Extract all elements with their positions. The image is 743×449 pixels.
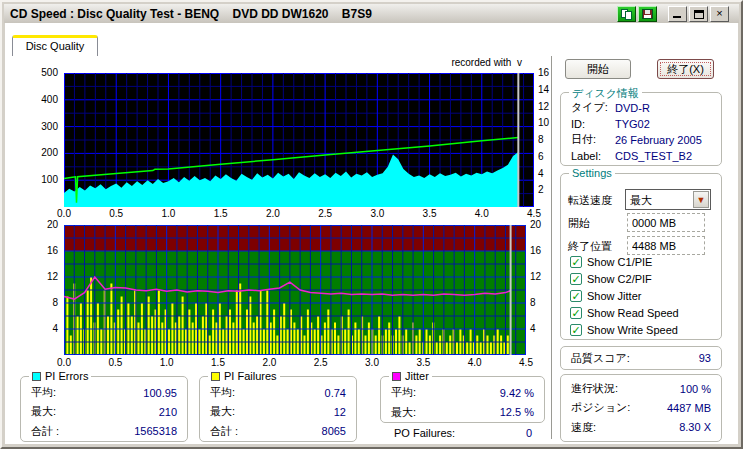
axis-tick-label: 0.5 xyxy=(108,357,122,368)
info-value: CDS_TEST_B2 xyxy=(615,150,692,162)
stat-label: 最大: xyxy=(31,404,56,419)
title-bar[interactable]: CD Speed : Disc Quality Test - BENQ DVD … xyxy=(4,4,739,23)
axis-tick-label: 0.5 xyxy=(109,208,123,219)
checkbox-show-jitter[interactable]: ✓Show Jitter xyxy=(570,290,641,302)
po-failures-value: 0 xyxy=(526,427,532,439)
stat-value: 12.5 % xyxy=(500,406,534,418)
start-pos-input[interactable] xyxy=(627,213,705,232)
jitter-title: Jitter xyxy=(405,370,429,382)
axis-tick-label: 0.0 xyxy=(57,208,71,219)
speed-select-label: 転送速度 xyxy=(568,193,612,208)
speed-select[interactable]: 最大 ▼ xyxy=(625,189,711,210)
progress-value: 8.30 X xyxy=(679,421,711,433)
axis-tick-label: 4 xyxy=(530,323,536,334)
stat-label: 合計 : xyxy=(31,424,59,439)
checkbox-label: Show C2/PIF xyxy=(587,273,652,285)
axis-tick-label: 1.5 xyxy=(214,208,228,219)
pi-failures-group: PI Failures 平均:0.74 最大:12 合計 :8065 xyxy=(199,376,357,442)
axis-tick-label: 2.0 xyxy=(266,208,280,219)
speed-select-value: 最大 xyxy=(630,193,652,208)
bottom-chart xyxy=(64,225,526,355)
quality-score-group: 品質スコア: 93 xyxy=(560,346,722,370)
axis-tick-label: 0.0 xyxy=(57,357,71,368)
stat-value: 12 xyxy=(334,406,346,418)
axis-tick-label: 1.0 xyxy=(160,357,174,368)
info-label: タイプ: xyxy=(571,100,615,115)
quality-score-label: 品質スコア: xyxy=(571,351,630,366)
checkbox-check-icon: ✓ xyxy=(570,273,582,285)
maximize-button[interactable] xyxy=(689,6,708,22)
end-pos-input[interactable] xyxy=(627,236,705,255)
close-icon: × xyxy=(716,7,722,19)
stat-label: 最大: xyxy=(391,405,416,420)
stat-value: 210 xyxy=(159,406,177,418)
info-value: 26 February 2005 xyxy=(615,134,702,146)
axis-tick-label: 12 xyxy=(530,271,541,282)
axis-tick-label: 4.5 xyxy=(527,208,541,219)
tab-disc-quality[interactable]: Disc Quality xyxy=(12,35,98,56)
recorded-with-note: recorded with v xyxy=(392,57,522,68)
pi-errors-group: PI Errors 平均:100.95 最大:210 合計 :1565318 xyxy=(20,376,188,442)
maximize-icon xyxy=(694,10,704,19)
checkbox-show-write-speed[interactable]: ✓Show Write Speed xyxy=(570,324,678,336)
axis-tick-label: 16 xyxy=(30,245,58,256)
checkbox-show-read-speed[interactable]: ✓Show Read Speed xyxy=(570,307,679,319)
save-button[interactable] xyxy=(638,6,657,22)
progress-label: ポジション: xyxy=(571,400,630,415)
axis-tick-label: 16 xyxy=(538,67,549,78)
start-pos-label: 開始 xyxy=(568,216,590,231)
axis-tick-label: 1.0 xyxy=(161,208,175,219)
stat-label: 平均: xyxy=(210,385,235,400)
axis-tick-label: 3.0 xyxy=(370,208,384,219)
axis-tick-label: 4.0 xyxy=(468,357,482,368)
app-window: CD Speed : Disc Quality Test - BENQ DVD … xyxy=(0,0,743,449)
axis-tick-label: 6 xyxy=(538,151,544,162)
start-button[interactable]: 開始 xyxy=(565,59,631,79)
axis-tick-label: 2 xyxy=(538,184,544,195)
quality-score-value: 93 xyxy=(699,352,711,364)
exit-button[interactable]: 終了(X) xyxy=(657,59,714,79)
stat-value: 0.74 xyxy=(325,387,346,399)
axis-tick-label: 3.5 xyxy=(423,208,437,219)
stat-value: 1565318 xyxy=(134,425,177,437)
panel-divider xyxy=(551,56,553,439)
progress-label: 進行状況: xyxy=(571,381,618,396)
titlebar-buttons: × xyxy=(615,6,729,22)
axis-tick-label: 8 xyxy=(538,134,544,145)
settings-title: Settings xyxy=(569,167,615,179)
pi-errors-legend-swatch xyxy=(32,372,41,381)
copy-button[interactable] xyxy=(617,6,636,22)
axis-tick-label: 100 xyxy=(30,174,58,185)
axis-tick-label: 8 xyxy=(530,297,536,308)
axis-tick-label: 4.5 xyxy=(519,357,533,368)
axis-tick-label: 20 xyxy=(30,219,58,230)
checkbox-check-icon: ✓ xyxy=(570,324,582,336)
axis-tick-label: 12 xyxy=(538,101,549,112)
checkbox-label: Show Read Speed xyxy=(587,307,679,319)
axis-tick-label: 2.5 xyxy=(314,357,328,368)
stat-value: 9.42 % xyxy=(500,387,534,399)
axis-tick-label: 4 xyxy=(538,168,544,179)
checkbox-show-c1-pie[interactable]: ✓Show C1/PIE xyxy=(570,256,652,268)
stat-label: 最大: xyxy=(210,404,235,419)
progress-label: 速度: xyxy=(571,420,596,435)
axis-tick-label: 400 xyxy=(30,94,58,105)
stat-value: 100.95 xyxy=(143,387,177,399)
axis-tick-label: 200 xyxy=(30,147,58,158)
checkbox-show-c2-pif[interactable]: ✓Show C2/PIF xyxy=(570,273,652,285)
po-failures-row: PO Failures: 0 xyxy=(384,427,542,439)
axis-tick-label: 3.5 xyxy=(416,357,430,368)
copy-icon xyxy=(618,7,635,21)
checkbox-check-icon: ✓ xyxy=(570,256,582,268)
close-button[interactable]: × xyxy=(710,6,729,22)
top-chart xyxy=(64,73,534,207)
disc-info-group: ディスク情報 タイプ:DVD-R ID:TYG02 日付:26 February… xyxy=(560,92,722,166)
axis-tick-label: 20 xyxy=(530,219,541,230)
minimize-icon xyxy=(673,16,681,18)
chevron-down-icon[interactable]: ▼ xyxy=(693,191,709,208)
axis-tick-label: 8 xyxy=(30,297,58,308)
axis-tick-label: 1.5 xyxy=(211,357,225,368)
axis-tick-label: 12 xyxy=(30,271,58,282)
minimize-button[interactable] xyxy=(668,6,687,22)
axis-tick-label: 14 xyxy=(538,84,549,95)
